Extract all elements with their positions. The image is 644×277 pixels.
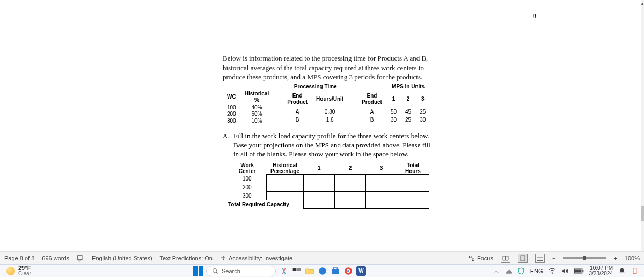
col-end-product: End Product xyxy=(283,91,312,108)
svg-rect-1 xyxy=(470,256,472,258)
col-end-product: End Product xyxy=(357,91,386,108)
onedrive-icon[interactable] xyxy=(504,267,512,275)
accessibility-icon xyxy=(220,255,226,261)
col-hours-unit: Hours/Unit xyxy=(312,91,348,108)
store-icon[interactable] xyxy=(331,266,340,276)
battery-icon[interactable] xyxy=(574,268,584,274)
wifi-icon[interactable] xyxy=(548,268,556,274)
table-row: 10040% xyxy=(223,104,273,111)
status-word-count[interactable]: 696 words xyxy=(42,255,69,261)
volume-icon[interactable] xyxy=(561,268,569,274)
table-row: 30010% xyxy=(223,118,273,125)
table-row: B302530 xyxy=(357,116,430,124)
scrollbar-thumb[interactable] xyxy=(641,206,644,221)
worksheet: Work Center Historical Percentage 1 2 3 … xyxy=(228,162,429,209)
zoom-level[interactable]: 100% xyxy=(625,255,640,261)
read-mode-icon xyxy=(502,256,509,261)
scroll-up-icon[interactable]: ▲ xyxy=(640,1,644,6)
notifications-icon[interactable] xyxy=(618,267,626,275)
task-view-icon[interactable] xyxy=(292,266,302,276)
tray-datetime[interactable]: 10:07 PM 3/23/2024 xyxy=(589,266,613,276)
mps-group: MPS in Units xyxy=(386,83,430,91)
taskbar-center: Search W xyxy=(193,266,366,276)
table-row: A0.80 xyxy=(283,108,348,116)
page-number: 8 xyxy=(533,12,537,20)
svg-rect-18 xyxy=(582,270,583,272)
status-accessibility[interactable]: Accessibility: Investigate xyxy=(220,255,292,261)
word-status-bar: Page 8 of 8 696 words English (United St… xyxy=(0,251,644,264)
tray-language[interactable]: ENG xyxy=(530,268,543,274)
svg-point-0 xyxy=(223,256,224,257)
weather-icon xyxy=(6,267,15,275)
col-hist: Historical % xyxy=(240,91,274,104)
zoom-slider-thumb[interactable] xyxy=(583,256,586,260)
status-spellcheck[interactable] xyxy=(77,254,84,262)
edge-icon[interactable] xyxy=(318,266,327,276)
system-tray: ︿ ENG 10:07 PM 3/23/2024 xyxy=(494,266,644,276)
read-mode-button[interactable] xyxy=(501,254,510,263)
intro-paragraph: Below is information related to the proc… xyxy=(223,54,443,82)
web-layout-button[interactable] xyxy=(535,254,545,263)
table-row: B1.6 xyxy=(283,116,348,124)
print-layout-button[interactable] xyxy=(518,254,528,263)
focus-mode-button[interactable]: Focus xyxy=(469,255,493,261)
ws-col-hp: Historical Percentage xyxy=(266,162,304,175)
web-layout-icon xyxy=(537,256,543,261)
chrome-icon[interactable] xyxy=(343,266,353,276)
proc-group: Processing Time xyxy=(283,83,348,91)
svg-rect-8 xyxy=(293,268,297,271)
page-content: Below is information related to the proc… xyxy=(0,0,641,230)
svg-point-16 xyxy=(552,273,553,274)
table-row: 20050% xyxy=(223,111,273,118)
wc-historical-table: WCHistorical % 10040% 20050% 30010% xyxy=(223,91,273,125)
svg-rect-21 xyxy=(634,268,636,273)
processing-time-table: Processing Time End ProductHours/Unit A0… xyxy=(283,83,348,125)
spellcheck-icon xyxy=(77,254,84,262)
word-icon[interactable]: W xyxy=(356,266,366,276)
status-language[interactable]: English (United States) xyxy=(92,255,152,261)
ws-col-total: Total Hours xyxy=(397,162,429,175)
table-row: 200 xyxy=(228,183,429,191)
search-icon xyxy=(212,268,218,274)
question-label: A. xyxy=(223,132,230,141)
start-button[interactable] xyxy=(193,266,203,276)
zoom-in-button[interactable]: + xyxy=(613,255,617,261)
svg-rect-3 xyxy=(521,256,525,261)
question-text: Fill in the work load capacity profile f… xyxy=(233,132,430,158)
windows-taskbar: 29°F Clear Search W ︿ ENG 10:07 PM 3/23/… xyxy=(0,264,644,277)
ws-col-1: 1 xyxy=(304,162,335,175)
svg-rect-9 xyxy=(297,268,301,271)
svg-point-15 xyxy=(347,270,349,272)
search-placeholder: Search xyxy=(222,268,240,274)
svg-rect-12 xyxy=(334,268,338,269)
taskbar-weather[interactable]: 29°F Clear xyxy=(0,265,193,276)
tray-chevron-icon[interactable]: ︿ xyxy=(494,267,499,275)
focus-icon xyxy=(469,255,475,261)
svg-line-7 xyxy=(216,272,218,273)
copilot-icon[interactable] xyxy=(279,266,289,276)
status-page[interactable]: Page 8 of 8 xyxy=(4,255,34,261)
print-layout-icon xyxy=(520,255,525,261)
vertical-scrollbar[interactable]: ▲ xyxy=(641,0,644,251)
table-row: 300 xyxy=(228,191,429,200)
question-a: A. Fill in the work load capacity profil… xyxy=(223,132,437,159)
svg-point-6 xyxy=(213,268,217,272)
ws-col-wc: Work Center xyxy=(228,162,266,175)
table-row: 100 xyxy=(228,174,429,183)
taskbar-search[interactable]: Search xyxy=(206,266,276,276)
document-area[interactable]: 8 Below is information related to the pr… xyxy=(0,0,641,251)
ws-col-2: 2 xyxy=(335,162,366,175)
explorer-icon[interactable] xyxy=(305,266,314,276)
svg-rect-11 xyxy=(332,269,339,274)
col-wc: WC xyxy=(223,91,240,104)
svg-rect-19 xyxy=(575,269,581,272)
svg-rect-4 xyxy=(537,256,543,260)
mps-table: MPS in Units End Product123 A504525 B302… xyxy=(357,83,430,125)
phone-link-icon[interactable] xyxy=(631,267,639,275)
svg-rect-2 xyxy=(472,259,474,261)
zoom-slider[interactable] xyxy=(563,257,606,259)
status-text-predictions[interactable]: Text Predictions: On xyxy=(160,255,213,261)
table-row: A504525 xyxy=(357,108,430,116)
security-icon[interactable] xyxy=(517,267,525,275)
zoom-out-button[interactable]: − xyxy=(552,255,555,261)
